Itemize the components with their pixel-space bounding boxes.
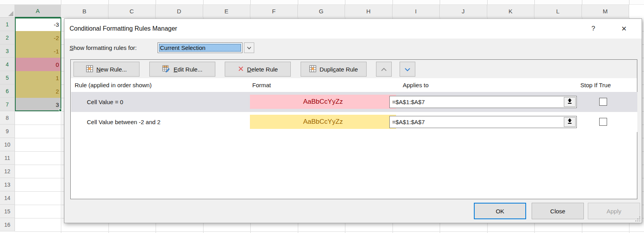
gridline-tick bbox=[156, 0, 156, 5]
new-rule-label: New Rule... bbox=[96, 66, 127, 73]
select-all-button[interactable] bbox=[0, 5, 15, 18]
fill-handle[interactable] bbox=[59, 109, 62, 112]
row-header-3[interactable]: 3 bbox=[0, 44, 15, 58]
gridline-tick bbox=[345, 0, 345, 5]
row-header-14[interactable]: 14 bbox=[0, 191, 15, 205]
row-header-11[interactable]: 11 bbox=[0, 151, 15, 165]
applies-to-input[interactable]: =$A$1:$A$7 bbox=[389, 116, 577, 128]
format-preview: AaBbCcYyZz bbox=[250, 95, 396, 109]
gridline-tick bbox=[393, 0, 393, 5]
row-header-6[interactable]: 6 bbox=[0, 84, 15, 98]
close-button[interactable]: Close bbox=[532, 203, 584, 219]
gridline-tick bbox=[487, 0, 488, 5]
cell-A4[interactable]: 0 bbox=[15, 58, 61, 71]
conditional-formatting-rules-manager-dialog: Conditional Formatting Rules Manager ? ✕… bbox=[64, 18, 642, 223]
column-header-H[interactable]: H bbox=[345, 5, 393, 18]
new-rule-table-icon bbox=[86, 65, 93, 73]
duplicate-rule-table-icon bbox=[309, 65, 316, 73]
edit-rule-label: Edit Rule... bbox=[174, 66, 202, 73]
column-header-G[interactable]: G bbox=[298, 5, 345, 18]
cell-A1[interactable]: -3 bbox=[15, 18, 61, 31]
show-rules-for-selected-value: Current Selection bbox=[159, 44, 241, 52]
rule-description: Cell Value = 0 bbox=[87, 92, 123, 112]
cell-A2[interactable]: -2 bbox=[15, 31, 61, 44]
edit-rule-pencil-icon bbox=[162, 65, 171, 73]
new-rule-button[interactable]: New Rule... bbox=[73, 62, 139, 77]
column-header-J[interactable]: J bbox=[440, 5, 487, 18]
row-header-15[interactable]: 15 bbox=[0, 205, 15, 218]
move-rule-down-button[interactable] bbox=[400, 62, 415, 77]
resize-grip-icon[interactable] bbox=[635, 216, 640, 222]
row-header-7[interactable]: 7 bbox=[0, 98, 15, 111]
format-preview: AaBbCcYyZz bbox=[250, 115, 396, 129]
delete-x-icon bbox=[238, 66, 244, 73]
column-header-F[interactable]: F bbox=[250, 5, 298, 18]
column-header-L[interactable]: L bbox=[534, 5, 582, 18]
cell-A7[interactable]: 3 bbox=[15, 98, 61, 111]
column-header-format: Format bbox=[252, 78, 271, 92]
rules-list-container: New Rule... Edit Rule... Delete Rule Dup… bbox=[70, 59, 637, 199]
row-header-8[interactable]: 8 bbox=[0, 111, 15, 125]
apply-button: Apply bbox=[588, 203, 640, 219]
row-header-16[interactable]: 16 bbox=[0, 218, 15, 231]
duplicate-rule-button[interactable]: Duplicate Rule bbox=[301, 62, 367, 77]
delete-rule-button[interactable]: Delete Rule bbox=[225, 62, 291, 77]
duplicate-rule-label: Duplicate Rule bbox=[319, 66, 358, 73]
close-icon: ✕ bbox=[621, 25, 627, 33]
gridline-tick bbox=[534, 0, 535, 5]
row-header-2[interactable]: 2 bbox=[0, 31, 15, 44]
select-all-triangle-icon bbox=[8, 11, 13, 16]
chevron-down-icon bbox=[404, 66, 411, 73]
move-rule-up-button[interactable] bbox=[376, 62, 392, 77]
row-header-4[interactable]: 4 bbox=[0, 58, 15, 71]
help-button[interactable]: ? bbox=[587, 22, 600, 35]
row-header-1[interactable]: 1 bbox=[0, 18, 15, 31]
cell-A6[interactable]: 2 bbox=[15, 84, 61, 98]
gridline-tick bbox=[298, 0, 298, 5]
column-header-K[interactable]: K bbox=[487, 5, 535, 18]
range-select-arrow-icon bbox=[567, 116, 572, 128]
dialog-close-button[interactable]: ✕ bbox=[618, 22, 630, 35]
collapse-dialog-button[interactable] bbox=[564, 117, 576, 127]
column-header-I[interactable]: I bbox=[393, 5, 440, 18]
formula-bar-edge bbox=[0, 0, 644, 5]
collapse-dialog-button[interactable] bbox=[564, 97, 576, 107]
cell-A3[interactable]: -1 bbox=[15, 44, 61, 58]
gridline-vertical bbox=[61, 18, 61, 233]
column-header-C[interactable]: C bbox=[108, 5, 156, 18]
show-rules-for-select[interactable]: Current Selection bbox=[158, 42, 242, 53]
applies-to-value: =$A$1:$A$7 bbox=[392, 119, 425, 125]
row-header-5[interactable]: 5 bbox=[0, 71, 15, 84]
column-header-A[interactable]: A bbox=[15, 5, 61, 18]
row-header-9[interactable]: 9 bbox=[0, 125, 15, 138]
delete-rule-label: Delete Rule bbox=[247, 66, 278, 73]
chevron-down-icon bbox=[247, 44, 251, 51]
column-header-M[interactable]: M bbox=[582, 5, 629, 18]
cell-A5[interactable]: 1 bbox=[15, 71, 61, 84]
gridline-tick bbox=[108, 0, 109, 5]
column-header-D[interactable]: D bbox=[156, 5, 203, 18]
ok-button[interactable]: OK bbox=[474, 203, 526, 219]
gridline-tick bbox=[582, 0, 582, 5]
chevron-up-icon bbox=[381, 66, 387, 73]
column-header-applies-to: Applies to bbox=[403, 78, 429, 92]
row-header-12[interactable]: 12 bbox=[0, 165, 15, 178]
column-header-B[interactable]: B bbox=[61, 5, 108, 18]
stop-if-true-checkbox[interactable] bbox=[599, 118, 607, 126]
column-header-rule: Rule (applied in order shown) bbox=[75, 78, 152, 92]
applies-to-input[interactable]: =$A$1:$A$7 bbox=[389, 96, 577, 108]
row-header-13[interactable]: 13 bbox=[0, 178, 15, 191]
show-rules-for-dropdown-button[interactable] bbox=[244, 42, 254, 53]
gridline-tick bbox=[61, 0, 61, 5]
applies-to-value: =$A$1:$A$7 bbox=[392, 99, 425, 105]
help-icon: ? bbox=[591, 25, 595, 33]
gridline-tick bbox=[440, 0, 440, 5]
rule-row[interactable]: Cell Value = 0 AaBbCcYyZz =$A$1:$A$7 bbox=[71, 92, 637, 112]
range-select-arrow-icon bbox=[567, 96, 572, 108]
row-header-10[interactable]: 10 bbox=[0, 138, 15, 151]
column-header-E[interactable]: E bbox=[203, 5, 251, 18]
rule-row[interactable]: Cell Value between -2 and 2 AaBbCcYyZz =… bbox=[71, 112, 637, 132]
gridline-tick bbox=[203, 0, 204, 5]
edit-rule-button[interactable]: Edit Rule... bbox=[149, 62, 215, 77]
stop-if-true-checkbox[interactable] bbox=[599, 98, 607, 106]
